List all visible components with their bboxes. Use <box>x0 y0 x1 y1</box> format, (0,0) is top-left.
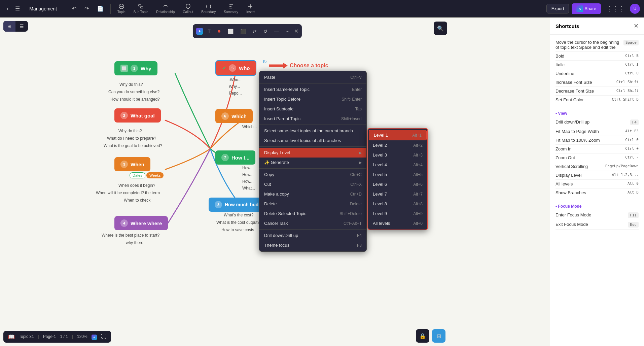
arrow-img <box>269 63 288 69</box>
topic-which[interactable]: 6 Which <box>215 109 253 123</box>
svg-rect-2 <box>138 5 141 6</box>
status-bar: 📖 Topic 31 | Page-1 1 / 1 | 120% A ⛶ <box>3 331 111 343</box>
book-icon[interactable]: 📖 <box>8 334 15 340</box>
ctx-theme-focus[interactable]: Theme focus F8 <box>259 240 366 250</box>
arrow-annotation: Choose a topic <box>269 63 328 69</box>
search-button[interactable]: 🔍 <box>434 22 447 35</box>
ctx-make-copy[interactable]: Make a copy Ctrl+D <box>259 189 366 199</box>
float-rect-btn[interactable]: ⬜ <box>226 27 236 35</box>
float-close-btn[interactable]: ✕ <box>294 28 298 34</box>
summary-btn[interactable]: Summary <box>221 1 241 16</box>
level-5-item[interactable]: Level 5 Alt+5 <box>368 170 427 179</box>
shortcut-zoom-in: Zoom In Ctrl + <box>556 145 639 153</box>
svg-point-4 <box>186 4 190 8</box>
ctx-sep1 <box>259 83 366 83</box>
top-toolbar: ‹ ☰ Management ↶ ↷ 📄 Topic Sub Topic Rel… <box>0 0 644 18</box>
ctx-select-all[interactable]: Select same-level topics of all branches <box>259 136 366 145</box>
ctx-insert-before[interactable]: Insert Topic Before Shift+Enter <box>259 94 366 104</box>
ctx-display-level[interactable]: Display Level ▶ <box>259 148 366 158</box>
shortcuts-header: Shortcuts ✕ <box>550 18 644 35</box>
context-menu: Paste Ctrl+V Insert Same-level Topic Ent… <box>259 71 367 252</box>
level-7-item[interactable]: Level 7 Alt+7 <box>368 189 427 199</box>
float-rect2-btn[interactable]: ⬛ <box>238 27 248 35</box>
grid-view-btn[interactable]: ⊞ <box>3 21 15 32</box>
howto-sub3: How... <box>242 179 253 184</box>
shortcut-scroll: Vertical Scrolling PageUp/PageDown <box>556 162 639 171</box>
level-6-item[interactable]: Level 6 Alt+6 <box>368 179 427 189</box>
expand-icon[interactable]: ⛶ <box>101 334 106 340</box>
howto-sub2: How... <box>242 172 253 177</box>
whatgoal-sub2: What do I need to prepare? <box>107 136 156 141</box>
topic-wherewhere[interactable]: 4 Where where <box>114 216 168 230</box>
who-sync-icon: ↻ <box>262 59 267 65</box>
callout-btn[interactable]: Callout <box>180 1 196 16</box>
avatar[interactable]: U <box>630 4 640 14</box>
float-connect-btn[interactable]: ⇄ <box>251 27 259 35</box>
ctx-delete-selected[interactable]: Delete Selected Topic Shift+Delete <box>259 209 366 218</box>
lock-btn[interactable]: 🔒 <box>416 329 429 343</box>
ctx-insert-parent[interactable]: Insert Parent Topic Shift+Insert <box>259 114 366 124</box>
float-undo-btn[interactable]: ↺ <box>261 27 270 35</box>
budget-sub1: What's the cost? <box>224 213 253 217</box>
insert-btn[interactable]: Insert <box>244 1 257 16</box>
who-sub1: ·Who... <box>229 77 242 82</box>
budget-badge: 8 <box>215 201 222 208</box>
canvas-area[interactable]: ⊞ ☰ 🔍 A T ● ⬜ ⬛ ⇄ ↺ — ··· ✕ <box>0 18 550 346</box>
shortcut-display-level: Display Level Alt 1,2,3... <box>556 171 639 180</box>
back-btn[interactable]: ‹ <box>4 4 11 14</box>
budget-sub3: How to save costs <box>221 228 254 232</box>
subtopic-btn[interactable]: Sub Topic <box>131 1 151 16</box>
relationship-btn[interactable]: Relationship <box>153 1 177 16</box>
ctx-paste[interactable]: Paste Ctrl+V <box>259 72 366 82</box>
topic-whatgoal[interactable]: 2 What goal <box>114 108 161 123</box>
float-circle-btn[interactable]: ● <box>215 26 223 36</box>
view-section-title: • View <box>556 111 639 116</box>
level-9-item[interactable]: Level 9 Alt+9 <box>368 209 427 218</box>
more-options-btn[interactable]: ⋮⋮⋮ <box>604 4 627 14</box>
float-text-btn[interactable]: T <box>206 27 213 35</box>
topic-who[interactable]: ✓ 5 Who <box>215 60 256 76</box>
level-8-item[interactable]: Level 8 Alt+8 <box>368 199 427 209</box>
page-count: 1 / 1 <box>60 334 68 339</box>
shortcuts-title: Shortcuts <box>556 23 579 29</box>
float-line-btn[interactable]: — <box>272 27 281 35</box>
redo-btn[interactable]: ↷ <box>82 3 92 14</box>
whatgoal-label: What goal <box>131 113 155 118</box>
float-more-btn[interactable]: ··· <box>284 27 292 35</box>
ctx-generate[interactable]: ✨ Generate ▶ <box>259 158 366 167</box>
export-button[interactable]: Export <box>546 4 569 13</box>
menu-btn[interactable]: ☰ <box>12 3 23 14</box>
level-1-item[interactable]: Level 1 Alt+1 <box>369 130 427 140</box>
why-label: Why <box>141 66 151 71</box>
ctx-cut[interactable]: Cut Ctrl+X <box>259 179 366 189</box>
list-view-btn[interactable]: ☰ <box>15 21 28 32</box>
which-label: Which <box>231 113 247 119</box>
ctx-insert-sub[interactable]: Insert Subtopic Tab <box>259 104 366 114</box>
topic-why[interactable]: ⬜ 1 Why <box>114 61 157 75</box>
topic-btn[interactable]: Topic <box>115 1 128 16</box>
ctx-select-current[interactable]: Select same-level topics of the current … <box>259 126 366 136</box>
topic-when[interactable]: 3 When <box>114 157 150 171</box>
shortcuts-close-btn[interactable]: ✕ <box>634 22 639 30</box>
fullscreen-btn[interactable]: ⊞ <box>432 329 445 343</box>
history-btn[interactable]: 📄 <box>94 3 106 14</box>
level-3-item[interactable]: Level 3 Alt+3 <box>368 150 427 160</box>
topic-howto[interactable]: 7 How t... <box>215 150 255 165</box>
when-sub3: When to check <box>124 198 150 203</box>
why-icon: ⬜ <box>120 65 128 72</box>
ctx-cancel-task[interactable]: Cancel Task Ctrl+Alt+T <box>259 218 366 228</box>
level-2-item[interactable]: Level 2 Alt+2 <box>368 140 427 150</box>
ctx-delete[interactable]: Delete Delete <box>259 199 366 209</box>
why-sub1: Why do this? <box>119 82 143 87</box>
ctx-drill[interactable]: Drill down/Drill up F4 <box>259 231 366 240</box>
why-sub3: How should it be arranged? <box>110 97 160 102</box>
divider-2 <box>110 4 111 14</box>
level-4-item[interactable]: Level 4 Alt+4 <box>368 160 427 170</box>
where-sub1: Where is the best place to start? <box>102 233 159 238</box>
ctx-insert-same[interactable]: Insert Same-level Topic Enter <box>259 84 366 94</box>
all-levels-item[interactable]: All levels Alt+0 <box>368 218 427 228</box>
undo-btn[interactable]: ↶ <box>69 3 79 14</box>
boundary-btn[interactable]: Boundary <box>199 1 218 16</box>
ctx-copy[interactable]: Copy Ctrl+C <box>259 170 366 179</box>
share-button[interactable]: A Share <box>572 3 601 14</box>
